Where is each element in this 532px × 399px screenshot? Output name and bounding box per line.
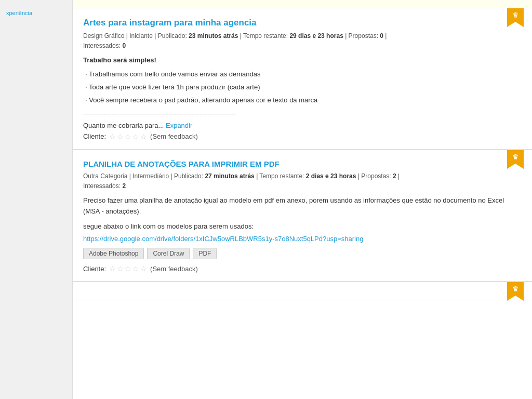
meta-interested-label-2: Interessados: [83, 182, 121, 190]
meta-published-label-1: Publicado: [158, 32, 187, 39]
sidebar: xperiência [0, 0, 73, 399]
meta-proposals-value-1: 0 [380, 32, 383, 39]
svg-text:♛: ♛ [512, 11, 519, 19]
tags-row-2: Adobe Photoshop Corel Draw PDF [83, 248, 522, 259]
job-description2-2: segue abaixo o link com os modelos para … [83, 221, 522, 232]
job-card-1: ♛ Artes para instagram para minha agenci… [73, 8, 532, 150]
star-2-2: ☆ [117, 264, 124, 273]
sidebar-item-experiencia[interactable]: xperiência [0, 5, 72, 21]
client-row-2: Cliente: ☆ ☆ ☆ ☆ ☆ (Sem feedback) [83, 264, 522, 273]
svg-text:♛: ♛ [512, 153, 519, 161]
meta-proposals-label-1: Propostas: [349, 32, 378, 39]
meta-time-value-1: 29 dias e 23 horas [289, 32, 343, 39]
meta-category-1: Design Gráfico [83, 32, 124, 39]
star-1-4: ☆ [132, 132, 139, 141]
job-title-1[interactable]: Artes para instagram para minha agencia [83, 18, 257, 28]
meta-sep-2e: | [398, 172, 400, 180]
meta-published-label-2: Publicado: [174, 172, 203, 180]
stars-1: ☆ ☆ ☆ ☆ ☆ [109, 132, 147, 141]
top-bar [73, 0, 532, 8]
star-1-5: ☆ [140, 132, 147, 141]
meta-time-label-1: Tempo restante: [243, 32, 288, 39]
meta-sep-1e: | [385, 32, 387, 39]
main-content: ♛ Artes para instagram para minha agenci… [73, 0, 532, 399]
job-link-2[interactable]: https://drive.google.com/drive/folders/1… [83, 235, 522, 243]
meta-published-value-2: 27 minutos atrás [205, 172, 254, 180]
star-2-4: ☆ [132, 264, 139, 273]
feedback-text-2: (Sem feedback) [150, 265, 198, 273]
svg-text:♛: ♛ [512, 285, 519, 293]
job-meta-2: Outra Categoria | Intermediário | Public… [83, 171, 522, 191]
stars-2: ☆ ☆ ☆ ☆ ☆ [109, 264, 147, 273]
star-2-1: ☆ [109, 264, 116, 273]
meta-level-1: Iniciante [129, 32, 153, 39]
job-title-2[interactable]: PLANILHA DE ANOTAÇÕES PARA IMPRIMIR EM P… [83, 159, 280, 168]
expand-text-1: Quanto me cobraria para... [83, 122, 164, 129]
star-1-1: ☆ [109, 132, 116, 141]
bookmark-icon-2[interactable]: ♛ [507, 150, 524, 169]
sidebar-label: xperiência [6, 10, 32, 16]
meta-category-2: Outra Categoria [83, 172, 127, 180]
expand-section-1: Quanto me cobraria para... Expandir [83, 122, 522, 129]
client-label-2: Cliente: [83, 265, 106, 273]
client-row-1: Cliente: ☆ ☆ ☆ ☆ ☆ (Sem feedback) [83, 132, 522, 141]
bullet-1-2: · Você sempre recebera o psd padrão, alt… [83, 95, 522, 106]
tag-2-1[interactable]: Corel Draw [147, 248, 190, 259]
divider-1: ----------------------------------------… [83, 110, 522, 117]
client-label-1: Cliente: [83, 132, 106, 140]
bullet-1-1: · Toda arte que você fizer terá 1h para … [83, 82, 522, 93]
job-description-intro-1: Trabalho será simples! [83, 55, 522, 66]
meta-proposals-label-2: Propostas: [361, 172, 391, 180]
meta-level-2: Intermediário [132, 172, 169, 180]
bookmark-icon-3[interactable]: ♛ [507, 282, 524, 301]
feedback-text-1: (Sem feedback) [150, 132, 198, 140]
meta-time-value-2: 2 dias e 23 horas [306, 172, 356, 180]
job-card-3: ♛ [73, 282, 532, 300]
bookmark-icon-1[interactable]: ♛ [507, 8, 524, 27]
star-1-2: ☆ [117, 132, 124, 141]
meta-time-label-2: Tempo restante: [259, 172, 304, 180]
job-description-intro-2: Preciso fazer uma planilha de anotação i… [83, 195, 522, 217]
meta-interested-value-2: 2 [122, 182, 126, 190]
tag-2-2[interactable]: PDF [193, 248, 217, 259]
star-2-3: ☆ [125, 264, 131, 273]
expand-link-1[interactable]: Expandir [166, 122, 192, 129]
meta-interested-label-1: Interessados: [83, 42, 121, 49]
job-meta-1: Design Gráfico | Iniciante | Publicado: … [83, 31, 522, 51]
meta-interested-value-1: 0 [122, 42, 126, 49]
tag-2-0[interactable]: Adobe Photoshop [83, 248, 144, 259]
meta-proposals-value-2: 2 [393, 172, 396, 180]
job-card-2: ♛ PLANILHA DE ANOTAÇÕES PARA IMPRIMIR EM… [73, 150, 532, 282]
meta-published-value-1: 23 minutos atrás [189, 32, 238, 39]
bullet-1-0: · Trabalhamos com trello onde vamos envi… [83, 69, 522, 80]
star-2-5: ☆ [140, 264, 147, 273]
star-1-3: ☆ [125, 132, 131, 141]
